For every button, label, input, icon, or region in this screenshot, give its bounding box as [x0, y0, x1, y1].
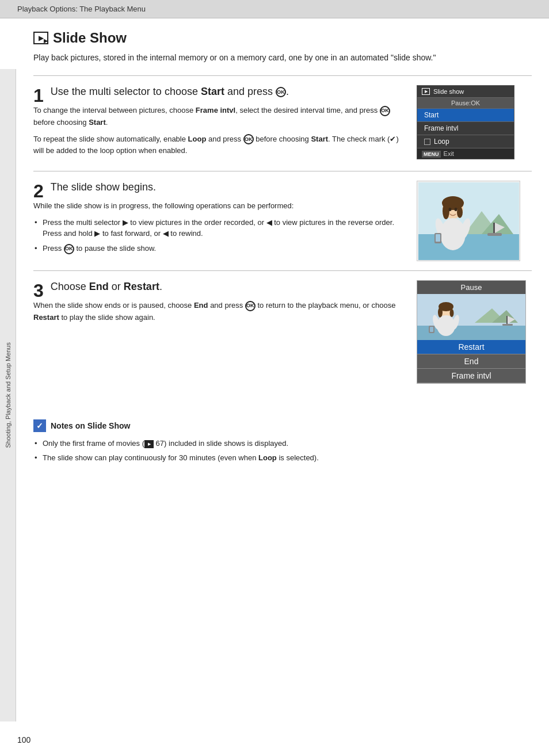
svg-point-17	[448, 208, 451, 211]
svg-rect-16	[436, 234, 440, 242]
pause-label: Pause	[417, 281, 525, 294]
film-icon: ▶	[144, 440, 154, 448]
pause-menu-frame-intvl: Frame intvl	[417, 369, 525, 383]
notes-section: ✓ Notes on Slide Show Only the first fra…	[33, 410, 532, 464]
ok-icon-1c: OK	[243, 134, 254, 144]
ok-icon-3: OK	[245, 301, 256, 311]
loop-checkbox	[424, 139, 430, 145]
step-2-illustration	[417, 181, 520, 261]
page-title: Slide Show	[53, 30, 127, 46]
ok-icon-1b: OK	[380, 106, 390, 116]
notes-icon: ✓	[33, 419, 46, 432]
sidebar: Shooting, Playback and Setup Menus	[0, 69, 16, 721]
step-2-section: 2 The slide show begins. While the slide…	[33, 171, 532, 270]
page-number: 100	[17, 735, 30, 744]
svg-rect-35	[430, 327, 433, 332]
pause-img-svg	[417, 294, 525, 340]
camera-menu-header: ▶ Slide show	[417, 86, 514, 98]
camera-menu: ▶ Slide show Pause:OK Start Frame intvl …	[417, 85, 514, 159]
step-3-left: 3 Choose End or Restart. When the slide …	[33, 280, 405, 384]
ok-icon-2: OK	[64, 244, 74, 254]
camera-menu-exit: MENU Exit	[417, 148, 514, 159]
camera-menu-item-start: Start	[417, 109, 514, 122]
svg-rect-4	[493, 223, 495, 234]
note-item-1: Only the first frame of movies (▶ 67) in…	[33, 438, 532, 450]
note-item-2: The slide show can play continuously for…	[33, 452, 532, 464]
svg-rect-23	[506, 316, 508, 324]
step-2-heading: The slide show begins.	[33, 181, 405, 194]
svg-point-28	[438, 307, 443, 318]
step-2-bullets: Press the multi selector ▶ to view pictu…	[33, 217, 405, 254]
camera-menu-pause: Pause:OK	[417, 98, 514, 109]
ok-icon-1: OK	[276, 87, 286, 97]
svg-point-18	[454, 208, 457, 211]
pause-menu-end: End	[417, 354, 525, 369]
step-2-right	[417, 181, 532, 261]
svg-rect-3	[418, 234, 519, 260]
step-1-number: 1	[33, 86, 44, 105]
camera-menu-item-frame-intvl: Frame intvl	[417, 122, 514, 135]
camera-menu-item-loop: Loop	[417, 135, 514, 148]
svg-rect-6	[487, 233, 502, 236]
notes-header: ✓ Notes on Slide Show	[33, 419, 532, 432]
page-header: Playback Options: The Playback Menu	[0, 0, 549, 18]
step-1-body: To change the interval between pictures,…	[33, 105, 405, 157]
svg-point-9	[443, 203, 449, 219]
step-3-heading: Choose End or Restart.	[33, 280, 405, 293]
step-1-heading: Use the multi selector to choose Start a…	[33, 85, 405, 98]
menu-label: MENU	[422, 151, 441, 158]
bullet-2-2: Press OK to pause the slide show.	[33, 243, 405, 254]
step-2-left: 2 The slide show begins. While the slide…	[33, 181, 405, 261]
step-2-body: While the slide show is in progress, the…	[33, 200, 405, 254]
page-title-container: ▶ Slide Show	[33, 30, 532, 46]
svg-rect-25	[502, 324, 513, 326]
notes-title: Notes on Slide Show	[51, 421, 130, 430]
notes-body: Only the first frame of movies (▶ 67) in…	[33, 438, 532, 464]
bullet-2-1: Press the multi selector ▶ to view pictu…	[33, 217, 405, 239]
sidebar-label: Shooting, Playback and Setup Menus	[5, 342, 12, 448]
header-title: Playback Options: The Playback Menu	[17, 5, 146, 13]
slide-show-icon: ▶	[33, 32, 48, 44]
step-1-right: ▶ Slide show Pause:OK Start Frame intvl …	[417, 85, 532, 162]
page-description: Play back pictures, stored in the intern…	[33, 52, 532, 64]
pause-menu-restart: Restart	[417, 340, 525, 354]
step-2-number: 2	[33, 182, 44, 200]
menu-slide-icon: ▶	[422, 88, 430, 95]
step-1-left: 1 Use the multi selector to choose Start…	[33, 85, 405, 162]
step-3-section: 3 Choose End or Restart. When the slide …	[33, 270, 532, 393]
svg-point-29	[450, 309, 454, 317]
step-3-number: 3	[33, 281, 44, 300]
pause-menu-illustration: Pause	[417, 280, 526, 384]
camera-menu-title: Slide show	[433, 88, 464, 95]
main-content: ▶ Slide Show Play back pictures, stored …	[16, 18, 549, 484]
step-3-body: When the slide show ends or is paused, c…	[33, 300, 405, 324]
person-svg	[418, 182, 519, 260]
step-1-section: 1 Use the multi selector to choose Start…	[33, 75, 532, 171]
svg-point-10	[457, 207, 463, 218]
step-3-right: Pause	[417, 280, 532, 384]
